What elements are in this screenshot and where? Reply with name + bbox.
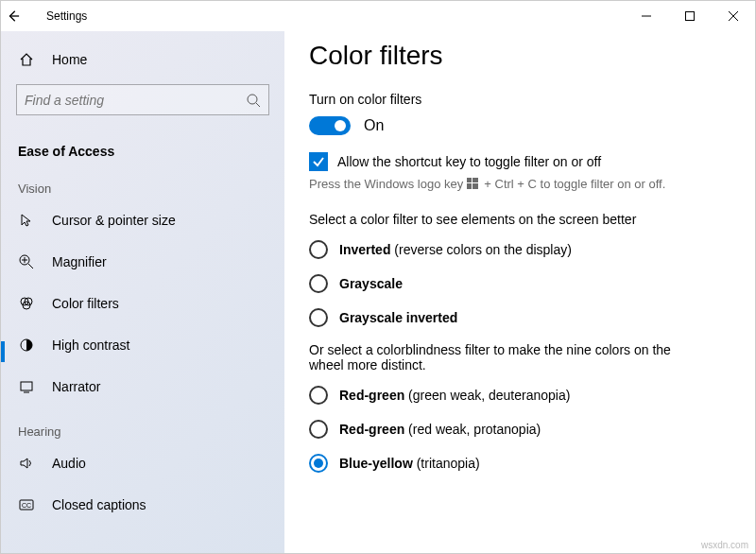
section-heading: Ease of Access [1,127,284,164]
radio-icon [309,420,328,439]
svg-rect-21 [472,183,478,189]
sidebar-item-label: Home [52,52,87,67]
radio-label: Red-green (green weak, deuteranopia) [339,388,570,403]
settings-window: Settings Home Ease of Access Vision [0,0,756,554]
shortcut-checkbox[interactable] [309,152,328,171]
maximize-icon [685,11,695,21]
sidebar-item-audio[interactable]: Audio [1,442,284,484]
radio-label: Grayscale inverted [339,310,457,325]
window-body: Home Ease of Access Vision Cursor & poin… [1,31,755,553]
captions-icon: CC [18,496,35,513]
titlebar: Settings [1,1,755,31]
sidebar-item-label: Closed captions [52,497,146,512]
toggle-label: Turn on color filters [309,92,730,107]
sidebar-item-color-filters[interactable]: Color filters [1,283,284,324]
minimize-icon [642,11,651,21]
color-filters-icon [18,295,35,312]
window-title: Settings [46,9,625,23]
radio-grayscale-inverted[interactable]: Grayscale inverted [309,308,730,327]
shortcut-checkbox-row: Allow the shortcut key to toggle filter … [309,152,730,171]
content-pane: Color filters Turn on color filters On A… [284,31,755,553]
toggle-state: On [364,117,384,134]
group-vision: Vision [1,164,284,199]
sidebar-item-label: High contrast [52,338,129,353]
radio-label: Blue-yellow (tritanopia) [339,456,480,471]
sidebar-item-cursor-pointer[interactable]: Cursor & pointer size [1,199,284,241]
back-button[interactable] [7,9,33,23]
close-icon [729,11,738,21]
sidebar-item-label: Magnifier [52,254,107,269]
svg-line-5 [256,103,260,107]
svg-rect-1 [686,12,695,21]
radio-icon [309,308,328,327]
sidebar-item-magnifier[interactable]: Magnifier [1,241,284,283]
radio-icon-selected [309,454,328,473]
windows-logo-icon [467,178,480,191]
radio-tritanopia[interactable]: Blue-yellow (tritanopia) [309,454,730,473]
minimize-button[interactable] [625,1,668,31]
close-button[interactable] [712,1,755,31]
toggle-knob [335,120,346,131]
hint-post: + Ctrl + C to toggle filter on or off. [484,177,665,191]
sidebar: Home Ease of Access Vision Cursor & poin… [1,31,284,553]
sidebar-item-label: Narrator [52,379,100,394]
magnifier-icon [18,253,35,270]
svg-line-7 [28,264,33,268]
check-icon [312,155,325,168]
sidebar-item-label: Color filters [52,296,119,311]
svg-rect-20 [467,183,472,189]
toggle-row: On [309,116,730,135]
svg-text:CC: CC [22,502,31,509]
svg-point-4 [248,95,257,104]
radio-icon [309,386,328,405]
radio-icon [309,240,328,259]
checkbox-label: Allow the shortcut key to toggle filter … [337,154,601,169]
maximize-button[interactable] [668,1,712,31]
radio-label: Inverted (reverse colors on the display) [339,242,572,257]
home-icon [18,51,35,68]
svg-rect-18 [467,178,472,182]
svg-rect-19 [472,178,478,182]
radio-label: Red-green (red weak, protanopia) [339,422,541,437]
arrow-left-icon [7,9,20,23]
hint-pre: Press the Windows logo key [309,177,463,191]
radio-deuteranopia[interactable]: Red-green (green weak, deuteranopia) [309,386,730,405]
audio-icon [18,455,35,472]
search-field[interactable] [25,93,246,108]
radio-grayscale[interactable]: Grayscale [309,274,730,293]
cursor-icon [18,212,35,229]
colorblind-prompt: Or select a colorblindness filter to mak… [309,342,706,372]
sidebar-item-label: Cursor & pointer size [52,213,176,228]
watermark: wsxdn.com [701,540,748,550]
color-filters-toggle[interactable] [309,116,351,135]
narrator-icon [18,378,35,395]
sidebar-item-home[interactable]: Home [1,39,284,80]
sidebar-item-label: Audio [52,456,86,471]
selection-indicator [1,341,5,362]
group-hearing: Hearing [1,407,284,442]
search-icon [246,93,261,108]
sidebar-item-closed-captions[interactable]: CC Closed captions [1,484,284,526]
sidebar-item-high-contrast[interactable]: High contrast [1,324,284,366]
radio-protanopia[interactable]: Red-green (red weak, protanopia) [309,420,730,439]
select-filter-prompt: Select a color filter to see elements on… [309,212,730,227]
page-title: Color filters [309,41,730,71]
radio-label: Grayscale [339,276,403,291]
radio-icon [309,274,328,293]
contrast-icon [18,337,35,354]
svg-rect-14 [21,382,32,390]
shortcut-hint: Press the Windows logo key + Ctrl + C to… [309,177,730,191]
radio-inverted[interactable]: Inverted (reverse colors on the display) [309,240,730,259]
search-input[interactable] [16,84,269,115]
sidebar-item-narrator[interactable]: Narrator [1,366,284,407]
